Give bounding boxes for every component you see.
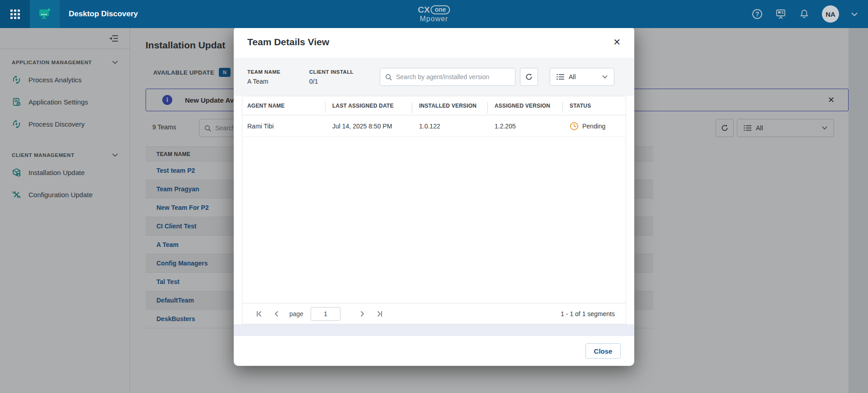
- top-bar: Desktop Discovery CX one Mpower: [0, 0, 868, 28]
- client-install-label: CLIENT INSTALL: [309, 69, 380, 75]
- clock-pending-icon: [570, 122, 579, 131]
- chevron-down-icon: [851, 12, 858, 16]
- column-header: INSTALLED VERSION: [412, 103, 487, 109]
- client-install-value: 0/1: [309, 78, 380, 85]
- list-filter-icon: [557, 74, 564, 80]
- next-page-button[interactable]: [357, 308, 368, 320]
- last-page-icon: [377, 311, 383, 317]
- agent-search-input[interactable]: [396, 73, 510, 80]
- brand-one-bubble: one: [431, 5, 450, 14]
- modal-footer: Close: [234, 336, 634, 366]
- avatar[interactable]: NA: [822, 5, 839, 23]
- brand-cx: CX: [418, 5, 429, 14]
- agent-search[interactable]: [380, 68, 515, 86]
- last-page-button[interactable]: [374, 308, 386, 320]
- agents-grid: AGENT NAME LAST ASSIGNED DATE INSTALLED …: [242, 96, 626, 324]
- cxone-mpower-logo: CX one Mpower: [418, 5, 450, 23]
- agents-grid-header: AGENT NAME LAST ASSIGNED DATE INSTALLED …: [242, 96, 626, 115]
- bell-icon: [799, 9, 810, 19]
- first-page-button[interactable]: [253, 308, 265, 320]
- notifications-button[interactable]: [798, 8, 810, 20]
- column-header: LAST ASSIGNED DATE: [325, 103, 412, 109]
- agents-refresh-button[interactable]: [520, 68, 538, 86]
- page-word: page: [289, 310, 303, 317]
- status-text: Pending: [582, 123, 605, 130]
- chevron-down-icon: [602, 75, 608, 79]
- account-menu-button[interactable]: [851, 8, 858, 20]
- team-name-value: A Team: [247, 78, 309, 85]
- agent-name-cell: Rami Tibi: [242, 123, 325, 130]
- agent-row[interactable]: Rami Tibi Jul 14, 2025 8:50 PM 1.0.122 1…: [242, 115, 626, 137]
- column-header: STATUS: [562, 103, 626, 109]
- previous-page-button[interactable]: [270, 308, 282, 320]
- column-header: AGENT NAME: [242, 103, 325, 109]
- pagination-summary: 1 - 1 of 1 segments: [561, 310, 615, 317]
- refresh-icon: [524, 72, 533, 81]
- last-assigned-cell: Jul 14, 2025 8:50 PM: [325, 123, 412, 130]
- assigned-version-cell: 1.2.205: [487, 123, 562, 130]
- first-page-icon: [256, 311, 262, 317]
- installed-version-cell: 1.0.122: [412, 123, 487, 130]
- app-root: Desktop Discovery CX one Mpower: [0, 0, 868, 393]
- brand-mpower: Mpower: [418, 15, 450, 23]
- desktop-discovery-logo: [30, 0, 60, 28]
- app-grid-icon: [10, 9, 20, 19]
- agents-filter-dropdown[interactable]: All: [550, 68, 614, 86]
- page-number-input[interactable]: [311, 307, 340, 321]
- pagination-bar: page 1 - 1 of 1 segments: [242, 303, 626, 324]
- whats-new-button[interactable]: [775, 8, 787, 20]
- status-badge: Pending: [570, 122, 605, 131]
- search-icon: [385, 73, 392, 81]
- modal-title: Team Details View: [247, 37, 329, 47]
- app-title: Desktop Discovery: [69, 9, 138, 19]
- app-launcher-button[interactable]: [0, 0, 30, 28]
- chevron-left-icon: [274, 311, 278, 317]
- close-button[interactable]: Close: [585, 343, 621, 359]
- modal-toolbar: TEAM NAME A Team CLIENT INSTALL 0/1: [234, 58, 634, 96]
- column-header: ASSIGNED VERSION: [487, 103, 562, 109]
- team-name-label: TEAM NAME: [247, 69, 309, 75]
- presentation-board-icon: [775, 8, 787, 20]
- monitor-sparkle-icon: [38, 8, 52, 20]
- team-details-modal: Team Details View ✕ TEAM NAME A Team CLI…: [234, 26, 634, 366]
- filter-selected-value: All: [569, 73, 576, 80]
- chevron-right-icon: [360, 311, 365, 317]
- modal-bottom-strip: [234, 324, 634, 336]
- help-button[interactable]: [751, 8, 763, 20]
- help-icon: [752, 9, 762, 19]
- modal-close-icon[interactable]: ✕: [613, 38, 621, 47]
